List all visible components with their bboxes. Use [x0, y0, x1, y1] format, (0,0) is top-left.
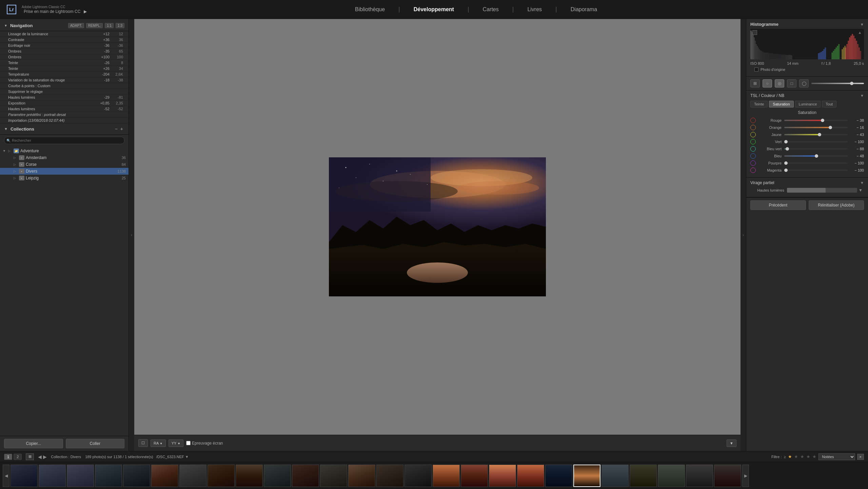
history-row-teinte2[interactable]: Teinte +26 34	[0, 66, 129, 72]
star-3[interactable]: ★	[800, 454, 804, 459]
nav-cartes[interactable]: Cartes	[480, 5, 501, 14]
collections-minus-btn[interactable]: −	[114, 126, 119, 132]
nav-rempl-btn[interactable]: REMPL.	[86, 23, 103, 28]
history-row-predefini[interactable]: Paramètre prédéfini : portrait desat	[0, 112, 129, 118]
filmstrip-next-btn[interactable]: ▶	[742, 465, 749, 487]
nav-livres[interactable]: Livres	[525, 5, 545, 14]
tsl-slider-jaune[interactable]	[784, 134, 848, 135]
epreuvage-check[interactable]: Epreuvage écran	[186, 441, 724, 446]
history-row-ombres2[interactable]: Ombres +100 100	[0, 54, 129, 60]
filter-select[interactable]: Notées Rejetées Non étiquetées	[818, 453, 855, 460]
virage-hautes-track[interactable]	[787, 188, 857, 193]
film-thumb-26[interactable]	[714, 465, 741, 487]
virage-dropdown-icon[interactable]: ▼	[860, 181, 864, 185]
tsl-color-bleu-vert[interactable]	[750, 146, 756, 152]
tree-amsterdam[interactable]: ▷ ▪ Amsterdam 36	[0, 154, 129, 161]
film-thumb-18[interactable]	[489, 465, 516, 487]
film-thumb-2[interactable]	[39, 465, 66, 487]
tree-leipzig[interactable]: ▷ ▪ Leipzig 25	[0, 175, 129, 181]
film-thumb-23[interactable]	[630, 465, 657, 487]
tsl-color-jaune[interactable]	[750, 132, 756, 137]
history-row-contraste[interactable]: Contraste +36 36	[0, 37, 129, 43]
precedent-button[interactable]: Précédent	[750, 200, 806, 210]
tool-circle2-icon[interactable]: ◎	[775, 79, 784, 87]
tsl-slider-orange[interactable]	[784, 127, 848, 128]
tool-adjustment-slider[interactable]	[811, 83, 864, 84]
tsl-tab-teinte[interactable]: Teinte	[750, 101, 768, 107]
reinitialiser-button[interactable]: Réinitialiser (Adobe)	[809, 200, 864, 210]
history-row-lissage[interactable]: Lissage de la luminance +12 12	[0, 31, 129, 37]
star-1[interactable]: ★	[788, 454, 792, 459]
tsl-slider-bleu-vert[interactable]	[784, 148, 848, 150]
tool-circle-icon[interactable]: ○	[763, 79, 772, 87]
paste-button[interactable]: Coller	[66, 439, 125, 448]
tsl-tab-saturation[interactable]: Saturation	[769, 101, 793, 107]
tsl-tab-luminance[interactable]: Luminance	[795, 101, 821, 107]
filter-clear-btn[interactable]: ×	[857, 454, 864, 460]
history-row-ecretage[interactable]: Ecrêtage noir -36 -36	[0, 43, 129, 48]
film-thumb-16[interactable]	[433, 465, 460, 487]
film-thumb-14[interactable]	[376, 465, 403, 487]
film-thumb-20[interactable]	[545, 465, 572, 487]
film-thumb-1[interactable]	[11, 465, 38, 487]
history-row-courbe[interactable]: Courbe à points : Custom	[0, 83, 129, 89]
film-thumb-15[interactable]	[405, 465, 432, 487]
history-row-supprimer[interactable]: Supprimer le réglage	[0, 89, 129, 95]
history-row-temperature[interactable]: Température -204 2,6K	[0, 72, 129, 77]
film-thumb-3[interactable]	[67, 465, 94, 487]
film-thumb-24[interactable]	[658, 465, 685, 487]
star-4[interactable]: ★	[806, 454, 810, 459]
star-2[interactable]: ★	[794, 454, 798, 459]
filmstrip-prev-btn[interactable]: ◀	[3, 465, 9, 487]
tsl-slider-pourpre[interactable]	[784, 162, 848, 164]
star-5[interactable]: ★	[812, 454, 816, 459]
history-row-ombres1[interactable]: Ombres -35 65	[0, 48, 129, 54]
film-thumb-17[interactable]	[461, 465, 488, 487]
film-thumb-7[interactable]	[179, 465, 206, 487]
ra-button[interactable]: RA ▼	[151, 439, 166, 447]
tsl-color-pourpre[interactable]	[750, 160, 756, 166]
status-tab-1[interactable]: 1	[4, 454, 12, 460]
nav-1-3-btn[interactable]: 1:3	[116, 23, 124, 28]
tsl-color-magenta[interactable]	[750, 168, 756, 173]
copy-button[interactable]: Copier...	[4, 439, 63, 448]
yy-button[interactable]: YY ▼	[169, 439, 183, 447]
history-row-hautes2[interactable]: Hautes lumières -52 -52	[0, 106, 129, 112]
tree-corse[interactable]: ▷ ▪ Corse 84	[0, 161, 129, 168]
nav-prev-arrow[interactable]: ◀	[38, 454, 42, 459]
film-thumb-12[interactable]	[320, 465, 347, 487]
film-thumb-13[interactable]	[348, 465, 375, 487]
collections-plus-btn[interactable]: +	[119, 126, 124, 132]
collections-header[interactable]: ▼ Collections − +	[0, 123, 129, 135]
film-thumb-5[interactable]	[123, 465, 150, 487]
tool-grid-icon[interactable]: ⊞	[750, 79, 760, 87]
nav-developpement[interactable]: Développement	[411, 5, 457, 14]
epreuvage-checkbox[interactable]	[186, 441, 191, 445]
tsl-color-orange[interactable]	[750, 125, 756, 130]
film-thumb-25[interactable]	[686, 465, 713, 487]
film-thumb-6[interactable]	[151, 465, 178, 487]
tsl-slider-vert[interactable]	[784, 141, 848, 142]
histogram-dropdown-icon[interactable]: ▼	[860, 22, 864, 26]
tsl-color-bleu[interactable]	[750, 153, 756, 159]
nav-1-1-btn[interactable]: 1:1	[105, 23, 114, 28]
tsl-slider-rouge[interactable]	[784, 120, 848, 121]
nav-diaporama[interactable]: Diaporama	[568, 5, 600, 14]
nav-next-arrow[interactable]: ▶	[43, 454, 47, 459]
film-thumb-19[interactable]	[517, 465, 544, 487]
tsl-slider-bleu[interactable]	[784, 155, 848, 157]
photo-origin-checkbox[interactable]	[754, 67, 758, 72]
tool-circle3-icon[interactable]: ◯	[799, 79, 809, 87]
film-thumb-22[interactable]	[601, 465, 629, 487]
film-thumb-4[interactable]	[95, 465, 122, 487]
left-panel-toggle[interactable]: ‹	[129, 19, 134, 451]
virage-dropdown-btn[interactable]: ▼	[857, 188, 864, 193]
history-row-teinte1[interactable]: Teinte -26 8	[0, 60, 129, 66]
history-row-hautes1[interactable]: Hautes lumières -29 -81	[0, 95, 129, 100]
nav-adapt-btn[interactable]: ADAPT.	[68, 23, 84, 28]
tool-square-icon[interactable]: □	[787, 79, 796, 87]
hist-icon-right[interactable]: ▲	[858, 30, 862, 35]
tsl-dropdown-icon[interactable]: ▼	[860, 94, 864, 98]
tsl-tab-tout[interactable]: Tout	[822, 101, 836, 107]
tsl-slider-magenta[interactable]	[784, 170, 848, 171]
